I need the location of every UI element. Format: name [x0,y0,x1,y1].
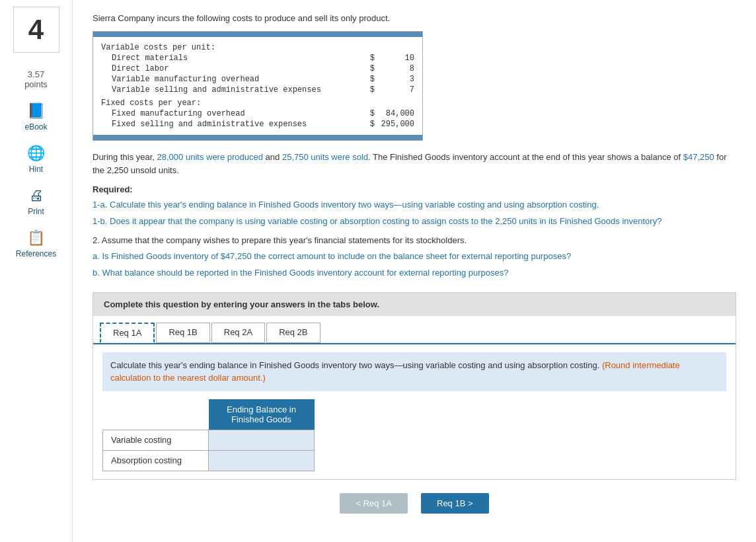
sidebar-item-hint[interactable]: 🌐 Hint [27,145,45,174]
req1a-text: 1-a. Calculate this year's ending balanc… [93,198,736,212]
required-header: Required: [93,184,736,194]
variable-costs-header: Variable costs per unit: [101,43,414,52]
tab-req1a[interactable]: Req 1A [100,323,155,343]
paragraph1: During this year, 28,000 units were prod… [93,151,736,176]
tabs-row: Req 1A Req 1B Req 2A Req 2B [93,316,736,344]
question-box-header: Complete this question by entering your … [93,293,736,316]
ebook-label: eBook [24,122,47,132]
table-row-variable: Variable costing [103,430,315,450]
tab-req1b[interactable]: Req 1B [156,323,209,343]
intro-paragraph: Sierra Company incurs the following cost… [93,13,736,23]
references-icon: 📋 [27,229,45,247]
tab-req2b[interactable]: Req 2B [266,323,320,343]
sidebar-item-references[interactable]: 📋 References [16,229,56,258]
variable-costing-cell[interactable] [209,430,315,450]
absorption-costing-label: Absorption costing [103,450,209,471]
req2-text: 2. Assume that the company wishes to pre… [93,234,736,248]
main-content: Sierra Company incurs the following cost… [73,0,756,542]
variable-costing-input[interactable] [209,430,314,450]
answer-table: Ending Balance in Finished Goods Variabl… [102,399,315,471]
hint-label: Hint [29,165,43,174]
points-value: 3.57 [24,69,48,79]
points-label: points [24,79,48,89]
cost-row-variable-selling: Variable selling and administrative expe… [101,85,414,95]
ending-balance-header: Ending Balance in Finished Goods [209,399,315,430]
print-label: Print [28,207,44,216]
table-row-absorption: Absorption costing [103,450,315,471]
nav-buttons: < Req 1A Req 1B > [93,493,736,520]
cost-row-direct-labor: Direct labor $ 8 [101,63,414,74]
req2b-text: b. What balance should be reported in th… [93,266,736,280]
cost-row-fixed-selling: Fixed selling and administrative expense… [101,119,414,130]
print-icon: 🖨 [29,187,44,204]
sidebar-item-print[interactable]: 🖨 Print [28,187,44,216]
variable-costing-label: Variable costing [103,430,209,450]
tab1a-instruction-text: Calculate this year's ending balance in … [110,360,599,370]
sidebar-item-ebook[interactable]: 📘 eBook [24,102,47,132]
required-section: Required: 1-a. Calculate this year's end… [93,184,736,280]
req2a-text: a. Is Finished Goods inventory of $47,25… [93,250,736,264]
cost-row-direct-materials: Direct materials $ 10 [101,53,414,63]
cost-table-body: Variable costs per unit: Direct material… [93,37,422,135]
hint-icon: 🌐 [27,145,45,162]
tab1a-instruction: Calculate this year's ending balance in … [102,352,726,391]
prev-button[interactable]: < Req 1A [340,493,408,514]
references-label: References [16,249,56,258]
book-icon: 📘 [27,102,45,120]
cost-row-fixed-mfg: Fixed manufacturing overhead $ 84,000 [101,108,414,119]
absorption-costing-input[interactable] [209,451,314,471]
next-button[interactable]: Req 1B > [421,493,489,514]
empty-header [103,399,209,430]
sidebar: 4 3.57 points 📘 eBook 🌐 Hint 🖨 Print 📋 R… [0,0,73,542]
tab1a-content: Calculate this year's ending balance in … [93,344,736,479]
cost-row-variable-mfg: Variable manufacturing overhead $ 3 [101,74,414,85]
absorption-costing-cell[interactable] [209,450,315,471]
question-box: Complete this question by entering your … [93,292,736,480]
cost-table-footer-bar [93,135,422,140]
cost-table-section-header: Variable costs per unit: [101,42,414,53]
req1b-text: 1-b. Does it appear that the company is … [93,215,736,229]
tab-req2a[interactable]: Req 2A [211,323,265,343]
question-number: 4 [13,7,59,53]
cost-table-header-bar [93,32,422,37]
cost-table: Variable costs per unit: Direct material… [93,31,423,141]
fixed-costs-header: Fixed costs per year: [101,98,414,108]
